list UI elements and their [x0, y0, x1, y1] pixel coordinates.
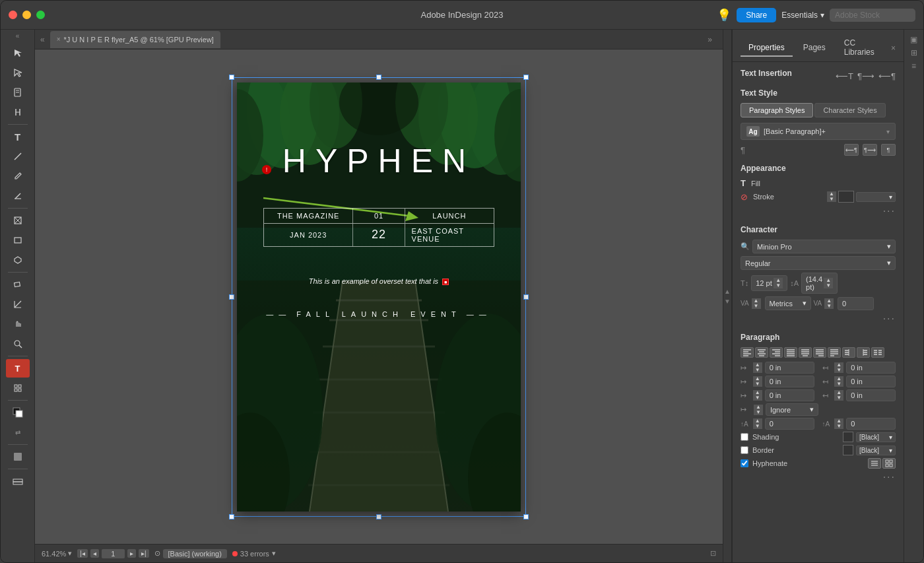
- erase-tool[interactable]: [6, 187, 30, 205]
- frame-tool[interactable]: [6, 211, 30, 230]
- align-right[interactable]: [770, 347, 783, 358]
- tab-scroll-right[interactable]: »: [708, 35, 712, 44]
- pilcrow-btn[interactable]: ¶: [881, 144, 896, 156]
- page-input[interactable]: [102, 549, 125, 558]
- hand-tool[interactable]: [6, 315, 30, 333]
- align-left[interactable]: [741, 347, 754, 358]
- handle-top-middle[interactable]: [376, 75, 381, 80]
- direct-selection-tool[interactable]: [6, 63, 30, 82]
- tab-properties[interactable]: Properties: [741, 40, 793, 57]
- layers-outer-icon[interactable]: ≡: [911, 61, 916, 71]
- left-indent-3-down[interactable]: ▼: [753, 395, 762, 401]
- minimize-button[interactable]: [22, 11, 31, 19]
- font-size-input[interactable]: 12 pt ▲ ▼: [751, 275, 787, 291]
- zoom-tool[interactable]: [6, 335, 30, 353]
- left-indent-2-down[interactable]: ▼: [753, 381, 762, 387]
- shading-color-preview[interactable]: [843, 432, 853, 442]
- polygon-tool[interactable]: [6, 251, 30, 269]
- search-input[interactable]: [830, 9, 915, 22]
- tab-close-icon[interactable]: ×: [57, 36, 61, 43]
- baseline-1-down[interactable]: ▼: [753, 424, 762, 429]
- tracking-down[interactable]: ▼: [824, 304, 834, 309]
- selection-tool[interactable]: [6, 44, 30, 62]
- paragraph-style-dropdown[interactable]: Ag [Basic Paragraph]+ ▾: [741, 123, 896, 140]
- tab-cc-libraries[interactable]: CC Libraries: [836, 35, 886, 61]
- indent-right-icon[interactable]: ¶⟶: [863, 144, 877, 156]
- first-page-button[interactable]: |◂: [77, 549, 88, 558]
- right-indent-1-down[interactable]: ▼: [834, 368, 843, 373]
- right-indent-3-down[interactable]: ▼: [834, 395, 843, 401]
- fill-swatch[interactable]: [6, 403, 30, 422]
- stroke-color-dropdown[interactable]: ▾: [856, 192, 896, 202]
- right-indent-2-input[interactable]: 0 in: [846, 376, 896, 387]
- handle-top-left[interactable]: [229, 75, 234, 80]
- scroll-up-icon[interactable]: ▲: [724, 288, 731, 295]
- more-options-icon[interactable]: ···: [883, 205, 896, 217]
- align-center[interactable]: [755, 347, 768, 358]
- properties-outer-icon[interactable]: ▣: [910, 35, 917, 44]
- errors-dropdown-icon[interactable]: ▾: [272, 549, 276, 558]
- tab-pages[interactable]: Pages: [795, 40, 834, 57]
- align-justify-all[interactable]: [828, 347, 841, 358]
- font-style-dropdown[interactable]: Regular ▾: [741, 256, 896, 270]
- panel-close-icon[interactable]: ×: [891, 44, 896, 53]
- stroke-down[interactable]: ▼: [827, 197, 836, 202]
- tab-scroll-left[interactable]: «: [40, 35, 45, 44]
- hyphenate-checkbox[interactable]: [741, 459, 748, 467]
- grid-tool[interactable]: [6, 379, 30, 397]
- share-button[interactable]: Share: [737, 8, 776, 22]
- leading-down[interactable]: ▼: [824, 283, 833, 288]
- handle-middle-left[interactable]: [229, 294, 234, 300]
- align-justify-right[interactable]: [813, 347, 826, 358]
- align-balanced[interactable]: [871, 347, 884, 358]
- ignore-dropdown[interactable]: Ignore ▾: [766, 403, 818, 416]
- text-insertion-icon-2[interactable]: ¶⟶: [857, 71, 874, 81]
- next-page-button[interactable]: ▸: [127, 549, 136, 558]
- document-tab[interactable]: × *J U N I P E R flyer_A5 @ 61% [GPU Pre…: [50, 31, 220, 48]
- shading-checkbox[interactable]: [741, 433, 748, 441]
- handle-bottom-right[interactable]: [523, 514, 529, 519]
- font-name-dropdown[interactable]: Minion Pro ▾: [752, 240, 896, 253]
- align-justify-center[interactable]: [799, 347, 812, 358]
- essentials-button[interactable]: Essentials ▾: [781, 11, 824, 20]
- paragraph-styles-button[interactable]: Paragraph Styles: [741, 103, 813, 117]
- line-tool[interactable]: [6, 147, 30, 166]
- border-checkbox[interactable]: [741, 446, 748, 454]
- expand-icon[interactable]: ⊡: [710, 549, 716, 558]
- indent-left-icon[interactable]: ⟵¶: [844, 144, 859, 156]
- right-indent-1-input[interactable]: 0 in: [846, 362, 896, 374]
- right-indent-2-down[interactable]: ▼: [834, 381, 843, 387]
- handle-top-right[interactable]: [523, 75, 529, 80]
- pencil-tool[interactable]: [6, 167, 30, 185]
- canvas-area[interactable]: ! HYPHEN The Magazine: [35, 50, 723, 544]
- character-styles-button[interactable]: Character Styles: [814, 103, 885, 117]
- text-insertion-icon-3[interactable]: ⟵¶: [878, 71, 896, 81]
- char-more-icon[interactable]: ···: [883, 313, 896, 325]
- layout-badge[interactable]: [Basic] (working): [163, 549, 227, 558]
- left-indent-1-input[interactable]: 0 in: [765, 362, 814, 374]
- preview-toggle[interactable]: [6, 447, 30, 466]
- tracking-input[interactable]: 0: [838, 297, 874, 310]
- kerning-down[interactable]: ▼: [752, 304, 761, 309]
- hyphenate-list-view[interactable]: [868, 458, 881, 469]
- text-insertion-icon-1[interactable]: ⟵T: [836, 71, 853, 81]
- zoom-control[interactable]: 61.42% ▾: [42, 549, 72, 558]
- align-justify[interactable]: [784, 347, 797, 358]
- baseline-1-input[interactable]: 0: [765, 418, 814, 430]
- leading-input[interactable]: (14.4 pt) ▲ ▼: [801, 273, 838, 294]
- left-indent-3-input[interactable]: 0 in: [765, 389, 814, 401]
- right-indent-3-input[interactable]: 0 in: [846, 389, 896, 401]
- last-page-button[interactable]: ▸|: [139, 549, 149, 558]
- shading-color-dropdown[interactable]: [Black] ▾: [856, 432, 896, 442]
- baseline-2-input[interactable]: 0: [846, 418, 896, 430]
- layers-icon[interactable]: [6, 472, 30, 490]
- border-color-preview[interactable]: [843, 445, 853, 455]
- left-indent-2-input[interactable]: 0 in: [765, 376, 814, 387]
- maximize-button[interactable]: [36, 11, 45, 19]
- page-tool[interactable]: [6, 83, 30, 102]
- ignore-down[interactable]: ▼: [754, 410, 763, 415]
- align-away-spine[interactable]: [857, 347, 870, 358]
- baseline-2-down[interactable]: ▼: [834, 424, 843, 429]
- toolbar-collapse-icon[interactable]: «: [16, 32, 20, 40]
- type-tool[interactable]: T: [6, 127, 30, 146]
